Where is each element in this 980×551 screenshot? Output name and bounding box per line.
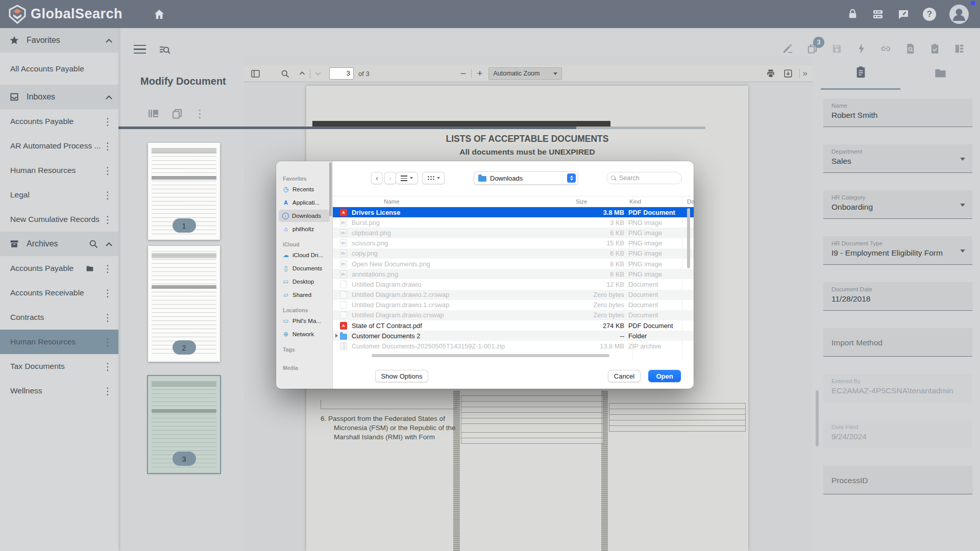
print-icon[interactable] — [766, 68, 776, 79]
location-dropdown[interactable]: Downloads — [474, 171, 578, 185]
more-tools-icon[interactable]: » — [803, 68, 806, 79]
column-header-size[interactable]: Size — [576, 198, 604, 205]
tab-index-fields[interactable] — [821, 56, 900, 90]
chevron-up-icon[interactable] — [106, 38, 112, 45]
panel-scrollbar[interactable] — [816, 390, 819, 446]
sidebar-item-archive[interactable]: Tax Documents ⋮ — [0, 354, 118, 379]
kebab-menu-icon[interactable]: ⋮ — [102, 165, 113, 177]
page-thumbnail[interactable]: 3 — [148, 376, 220, 473]
dialog-sidebar-item[interactable]: A Applicati... — [279, 196, 330, 209]
workflow-lightning-icon[interactable] — [855, 43, 867, 55]
page-down-icon[interactable] — [314, 69, 322, 78]
zoom-out-icon[interactable]: − — [460, 68, 467, 80]
chevron-up-icon[interactable] — [106, 95, 112, 102]
kebab-menu-icon[interactable]: ⋮ — [102, 116, 113, 128]
thumbnail-view-icon[interactable] — [147, 107, 160, 120]
dialog-sidebar-item[interactable]: ▱ Shared — [279, 289, 330, 301]
index-field[interactable]: Import Method — [823, 328, 972, 357]
menu-hamburger-icon[interactable] — [134, 45, 146, 54]
kebab-menu-icon[interactable]: ⋮ — [102, 214, 113, 226]
page-up-icon[interactable] — [298, 69, 306, 78]
dialog-sidebar-item[interactable]: ▭ Desktop — [279, 276, 330, 288]
file-row[interactable]: State of CT Contract.pdf 274 KB PDF Docu… — [333, 320, 694, 331]
file-row[interactable]: annotations.png 6 KB PNG image — [333, 269, 694, 279]
pages-copy-icon[interactable]: 3 — [806, 43, 818, 55]
sidebar-item-inbox[interactable]: New Cumulative Records ⋮ — [0, 207, 118, 232]
dialog-sidebar-item[interactable]: ◷ Recents — [279, 183, 330, 195]
dialog-sidebar-item[interactable]: ⊕ Network — [279, 328, 330, 340]
search-results-icon[interactable] — [158, 44, 171, 57]
file-row[interactable]: Drivers License 3.8 MB PDF Document — [333, 207, 694, 217]
sidebar-item-archive[interactable]: Contracts ⋮ — [0, 305, 118, 330]
sidebar-item-archive[interactable]: Accounts Receivable ⋮ — [0, 281, 118, 305]
file-row[interactable]: Untitled Diagram.drawio.1.crswap Zero by… — [333, 300, 694, 310]
save-icon[interactable] — [831, 43, 843, 55]
kebab-menu-icon[interactable]: ⋮ — [102, 312, 113, 323]
cancel-button[interactable]: Cancel — [608, 370, 641, 382]
file-row[interactable]: Untitled Diagram.drawio 12 KB Document — [333, 279, 694, 289]
file-row[interactable]: copy.png 6 KB PNG image — [333, 248, 694, 259]
file-row[interactable]: clipboard.png 6 KB PNG image — [333, 228, 694, 238]
find-icon[interactable] — [280, 69, 290, 79]
file-row[interactable]: Open New Documents.png 8 KB PNG image — [333, 259, 694, 269]
index-field[interactable]: HR Document Type I9 - Employment Eligibi… — [823, 236, 972, 265]
list-view-button[interactable] — [396, 172, 418, 184]
kebab-menu-icon[interactable]: ⋮ — [102, 263, 113, 274]
archive-search-icon[interactable] — [88, 239, 99, 249]
index-field[interactable]: Name Robert Smith — [823, 98, 972, 127]
file-row[interactable]: Customer Documents 2 -- Folder — [333, 331, 694, 341]
back-button[interactable]: ‹ — [371, 172, 383, 184]
kebab-menu-icon[interactable]: ⋮ — [102, 385, 113, 397]
sidebar-item-archive[interactable]: Human Resources ⋮ — [0, 330, 118, 354]
sidebar-item-inbox[interactable]: Legal ⋮ — [0, 183, 118, 207]
index-field[interactable]: Entered By EC2AMAZ-4P5CSNA\tenantadmin — [823, 374, 972, 403]
file-row[interactable]: Customer Documents-20250505T143159Z-1-00… — [333, 341, 694, 351]
copy-pages-icon[interactable] — [171, 108, 183, 120]
download-icon[interactable] — [783, 68, 793, 79]
dialog-sidebar-scrollbar[interactable] — [329, 162, 332, 216]
kebab-menu-icon[interactable]: ⋮ — [102, 140, 113, 152]
index-field[interactable]: HR Category Onboarding — [823, 190, 972, 219]
column-header-name[interactable]: Name — [384, 198, 400, 205]
page-number-input[interactable]: 3 — [329, 67, 354, 80]
inboxes-header[interactable]: Inboxes — [0, 85, 118, 109]
open-button[interactable]: Open — [648, 370, 681, 382]
page-thumbnail[interactable]: 2 — [148, 246, 220, 362]
column-header-kind[interactable]: Kind — [629, 198, 641, 205]
index-columns-icon[interactable] — [953, 43, 965, 55]
file-list-hscrollbar[interactable] — [372, 354, 609, 357]
link-icon[interactable] — [880, 43, 892, 55]
index-field[interactable]: Date Filed 9/24/2024 — [823, 420, 972, 448]
forward-button[interactable]: › — [384, 172, 396, 184]
zoom-in-icon[interactable]: + — [477, 68, 482, 79]
kebab-menu-icon[interactable]: ⋮ — [102, 287, 113, 299]
dialog-sidebar-item[interactable]: ▯ Documents — [279, 262, 330, 274]
sidebar-item-inbox[interactable]: Accounts Payable ⋮ — [0, 109, 118, 134]
kebab-menu-icon[interactable]: ⋮ — [102, 336, 113, 348]
kebab-menu-icon[interactable]: ⋮ — [102, 361, 113, 372]
archives-header[interactable]: Archives — [0, 232, 118, 256]
avatar[interactable] — [949, 5, 969, 24]
zoom-select[interactable]: Automatic Zoom — [488, 67, 561, 80]
sidebar-item-favorite[interactable]: All Accounts Payable — [0, 53, 118, 85]
sidebar-toggle-icon[interactable] — [250, 68, 261, 79]
file-row[interactable]: scissors.png 15 KB PNG image — [333, 238, 694, 248]
feedback-chat-icon[interactable] — [897, 8, 910, 20]
index-field[interactable]: Department Sales — [823, 144, 972, 173]
annotate-pencil-icon[interactable] — [782, 43, 794, 55]
kebab-menu-icon[interactable]: ⋮ — [194, 108, 205, 120]
sidebar-item-archive[interactable]: Accounts Payable ⋮ — [0, 256, 118, 281]
document-search-icon[interactable] — [904, 43, 916, 55]
file-row[interactable]: Untitled Diagram.drawio.2.crswap Zero by… — [333, 290, 694, 300]
sidebar-item-inbox[interactable]: AR Automated Process ... ⋮ — [0, 134, 118, 158]
chevron-up-icon[interactable] — [106, 242, 112, 248]
sidebar-item-archive[interactable]: Wellness ⋮ — [0, 379, 118, 403]
apps-grid-icon[interactable] — [872, 8, 884, 20]
file-row[interactable]: Untitled Diagram.drawio.crswap Zero byte… — [333, 310, 694, 320]
clipboard-check-icon[interactable] — [929, 43, 941, 55]
dialog-sidebar-item[interactable]: ▭ Phil's Ma... — [279, 315, 330, 327]
home-icon[interactable] — [153, 8, 165, 20]
sidebar-item-inbox[interactable]: Human Resources ⋮ — [0, 158, 118, 183]
file-row[interactable]: Burst.png 3 KB PNG image — [333, 217, 694, 228]
kebab-menu-icon[interactable]: ⋮ — [102, 189, 113, 201]
